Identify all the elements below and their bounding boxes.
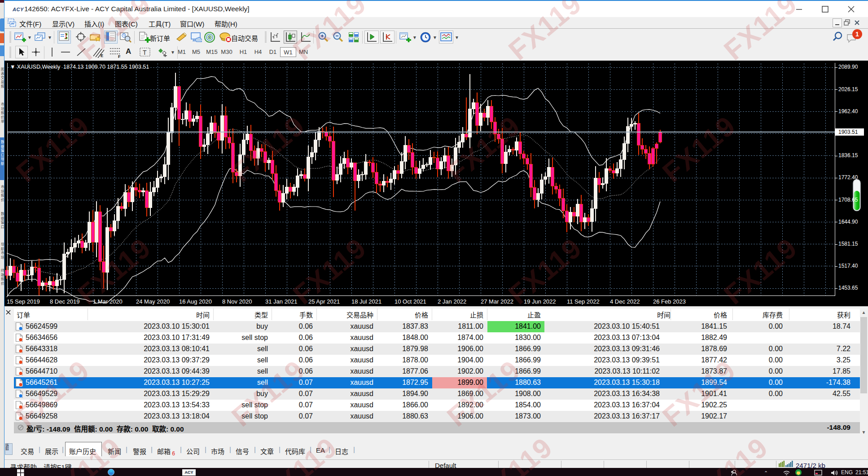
- svg-text:E: E: [101, 53, 103, 58]
- svg-text:T: T: [143, 49, 147, 56]
- svg-text:F: F: [118, 54, 121, 58]
